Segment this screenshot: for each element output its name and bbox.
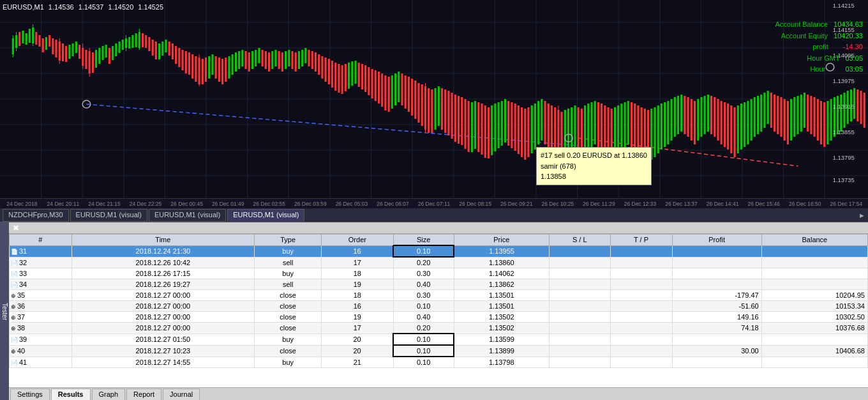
cell-price: 1.13955 xyxy=(454,245,549,257)
svg-rect-265 xyxy=(757,96,759,134)
svg-rect-244 xyxy=(687,97,689,137)
svg-rect-185 xyxy=(494,104,496,151)
tab-nzdchf[interactable]: NZDCHFpro,M30 xyxy=(3,209,69,222)
svg-rect-152 xyxy=(388,77,390,112)
cell-order: 17 xyxy=(322,257,393,268)
svg-rect-64 xyxy=(105,45,107,58)
svg-rect-89 xyxy=(182,50,184,70)
svg-rect-187 xyxy=(501,101,503,146)
svg-rect-138 xyxy=(341,65,343,94)
tab-arrow[interactable]: ► xyxy=(858,212,865,219)
svg-rect-276 xyxy=(793,97,795,137)
svg-rect-120 xyxy=(281,52,283,72)
svg-rect-125 xyxy=(298,51,300,69)
svg-rect-133 xyxy=(325,58,327,82)
cell-tp xyxy=(610,301,672,312)
svg-rect-275 xyxy=(790,99,792,141)
table-row[interactable]: 📄41 2018.12.27 14:55 buy 21 0.10 1.13798 xyxy=(10,357,868,368)
cell-id: ⊕38 xyxy=(10,323,72,334)
cell-sl xyxy=(549,357,610,368)
table-row[interactable]: ⊕38 2018.12.27 00:00 close 17 0.20 1.135… xyxy=(10,323,868,334)
svg-rect-151 xyxy=(384,75,386,111)
svg-rect-46 xyxy=(55,40,57,58)
table-row[interactable]: ⊕37 2018.12.27 00:00 close 19 0.40 1.135… xyxy=(10,312,868,323)
cell-size: 0.20 xyxy=(393,257,454,268)
svg-rect-259 xyxy=(737,105,739,153)
tab-graph[interactable]: Graph xyxy=(92,388,126,401)
svg-rect-228 xyxy=(634,104,636,150)
cell-sl xyxy=(549,268,610,279)
tab-eurusd-3[interactable]: EURUSD,M1 (visual) xyxy=(227,209,304,222)
cell-id: 📄41 xyxy=(10,357,72,368)
svg-rect-60 xyxy=(92,52,94,73)
svg-rect-190 xyxy=(511,102,513,148)
tab-settings[interactable]: Settings xyxy=(10,388,50,401)
svg-rect-261 xyxy=(744,102,745,147)
svg-rect-36 xyxy=(26,33,27,45)
close-button[interactable]: ✖ xyxy=(10,224,22,233)
svg-rect-142 xyxy=(354,61,356,84)
svg-rect-285 xyxy=(823,102,825,147)
chart-tooltip: #17 sell 0.20 EURUSD at 1.13860 samir (6… xyxy=(536,147,652,185)
table-row[interactable]: ⊕35 2018.12.27 00:00 close 18 0.30 1.135… xyxy=(10,290,868,301)
cell-price: 1.13502 xyxy=(454,323,549,334)
svg-rect-169 xyxy=(441,88,443,130)
table-top-bar: ✖ xyxy=(9,222,868,234)
cell-sl xyxy=(549,279,610,290)
svg-rect-258 xyxy=(733,107,735,157)
cell-tp xyxy=(610,268,672,279)
col-profit: Profit xyxy=(672,235,761,246)
svg-rect-69 xyxy=(122,40,124,50)
tab-eurusd-1[interactable]: EURUSD,M1 (visual) xyxy=(70,209,147,222)
svg-rect-184 xyxy=(491,105,493,155)
svg-text:1.13915: 1.13915 xyxy=(833,104,855,110)
cell-tp xyxy=(610,323,672,334)
tab-eurusd-2[interactable]: EURUSD,M1 (visual) xyxy=(149,209,226,222)
svg-rect-234 xyxy=(654,107,655,157)
cell-order: 20 xyxy=(322,345,393,357)
table-row[interactable]: 📄32 2018.12.26 10:42 sell 17 0.20 1.1386… xyxy=(10,257,868,268)
svg-rect-201 xyxy=(548,104,550,150)
svg-rect-278 xyxy=(800,95,802,132)
chart-area: 1.14215 1.14155 1.14095 1.13975 1.13915 … xyxy=(0,0,868,198)
table-row[interactable]: 📄33 2018.12.26 17:15 buy 18 0.30 1.14062 xyxy=(10,268,868,279)
trades-table-container[interactable]: # Time Type Order Size Price S / L T / P… xyxy=(9,234,868,387)
table-row[interactable]: ⊕36 2018.12.27 00:00 close 16 0.10 1.135… xyxy=(10,301,868,312)
col-order: Order xyxy=(322,235,393,246)
svg-rect-251 xyxy=(710,96,712,134)
cell-id: ⊕40 xyxy=(10,345,72,357)
tab-journal[interactable]: Journal xyxy=(163,388,200,401)
cell-sl xyxy=(549,345,610,357)
cell-order: 18 xyxy=(322,268,393,279)
table-row[interactable]: 📄34 2018.12.26 19:27 sell 19 0.40 1.1386… xyxy=(10,279,868,290)
svg-rect-159 xyxy=(411,79,413,116)
tab-results[interactable]: Results xyxy=(51,388,91,401)
svg-rect-157 xyxy=(405,75,407,109)
cell-time: 2018.12.27 10:23 xyxy=(71,345,255,357)
cell-price: 1.13862 xyxy=(454,279,549,290)
col-sl: S / L xyxy=(549,235,610,246)
svg-rect-43 xyxy=(45,37,47,50)
tester-sidebar[interactable]: Tester xyxy=(0,222,9,400)
svg-rect-194 xyxy=(524,109,526,160)
svg-rect-116 xyxy=(268,52,270,72)
table-row[interactable]: ⊕40 2018.12.27 10:23 close 20 0.10 1.138… xyxy=(10,345,868,357)
svg-rect-199 xyxy=(541,99,542,141)
table-row[interactable]: 📄31 2018.12.24 21:30 buy 16 0.10 1.13955 xyxy=(10,245,868,257)
svg-rect-262 xyxy=(747,101,749,144)
col-hash: # xyxy=(10,235,72,246)
svg-rect-78 xyxy=(145,35,147,48)
cell-time: 2018.12.26 19:27 xyxy=(71,279,255,290)
svg-rect-239 xyxy=(670,99,672,141)
svg-rect-257 xyxy=(730,105,732,153)
cell-order: 17 xyxy=(322,323,393,334)
svg-rect-173 xyxy=(454,95,456,142)
cell-id: 📄32 xyxy=(10,257,72,268)
hour-gmt-label: Hour GMT xyxy=(807,54,839,62)
tab-report[interactable]: Report xyxy=(126,388,161,401)
cell-order: 21 xyxy=(322,357,393,368)
svg-rect-130 xyxy=(315,52,317,72)
cell-tp xyxy=(610,357,672,368)
svg-rect-40 xyxy=(35,32,37,45)
table-row[interactable]: 📄39 2018.12.27 01:50 buy 20 0.10 1.13599 xyxy=(10,334,868,345)
